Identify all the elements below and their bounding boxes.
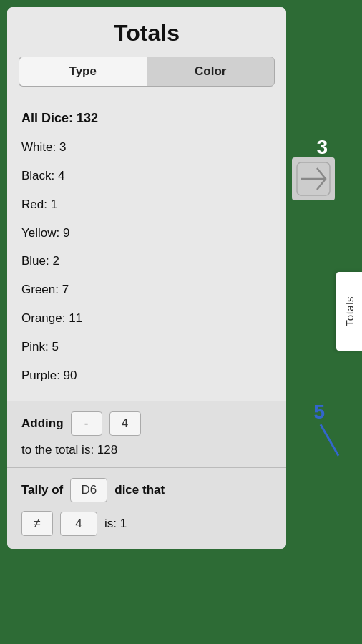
adding-label: Adding <box>21 416 64 431</box>
floating-number-3: 3 <box>316 136 328 159</box>
tally-row-1: Tally of D6 dice that <box>21 478 272 502</box>
adding-section: Adding - 4 to the total is: 128 <box>7 401 286 467</box>
main-panel: Totals Type Color All Dice: 132 White: 3… <box>7 7 286 549</box>
tally-operator-box[interactable]: ≠ <box>21 511 53 536</box>
stat-black: Black: 4 <box>21 162 272 190</box>
adding-row: Adding - 4 <box>21 411 272 436</box>
tab-type[interactable]: Type <box>19 57 147 87</box>
tab-color[interactable]: Color <box>147 57 275 87</box>
stat-red: Red: 1 <box>21 190 272 219</box>
tally-result: is: 1 <box>104 517 127 531</box>
tally-dice-type-box[interactable]: D6 <box>70 478 107 502</box>
tally-label: Tally of <box>21 483 63 497</box>
adding-value-box[interactable]: 4 <box>109 411 141 436</box>
adding-result: to the total is: 128 <box>21 443 272 457</box>
stat-pink: Pink: 5 <box>21 333 272 361</box>
stat-orange: Orange: 11 <box>21 304 272 333</box>
stat-blue: Blue: 2 <box>21 247 272 275</box>
page-title: Totals <box>7 7 286 57</box>
sidebar-tab-label: Totals <box>343 296 356 326</box>
stat-white: White: 3 <box>21 133 272 162</box>
tally-row-2: ≠ 4 is: 1 <box>21 511 272 536</box>
stat-all-dice: All Dice: 132 <box>21 104 272 133</box>
dice-card-image <box>292 157 335 200</box>
tally-dice-suffix: dice that <box>114 483 165 497</box>
tally-value-box[interactable]: 4 <box>60 512 97 536</box>
tally-section: Tally of D6 dice that ≠ 4 is: 1 <box>7 467 286 549</box>
adding-operator-box[interactable]: - <box>71 411 102 436</box>
stat-green: Green: 7 <box>21 275 272 304</box>
tab-row: Type Color <box>7 57 286 97</box>
stat-purple: Purple: 90 <box>21 361 272 390</box>
floating-number-5: 5 <box>313 401 325 424</box>
stat-yellow: Yellow: 9 <box>21 219 272 248</box>
stats-section: All Dice: 132 White: 3 Black: 4 Red: 1 Y… <box>7 97 286 401</box>
sidebar-tab-totals[interactable]: Totals <box>336 272 362 351</box>
